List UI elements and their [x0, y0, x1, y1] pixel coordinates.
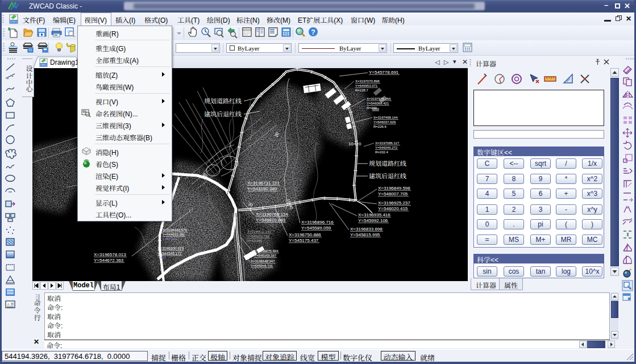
- svg-text:X=3196768.134: X=3196768.134: [256, 212, 288, 217]
- svg-text:Y=545169.167: Y=545169.167: [254, 254, 277, 257]
- svg-text:X=3196833.698: X=3196833.698: [350, 227, 383, 232]
- svg-text:Y=545778.691: Y=545778.691: [369, 70, 399, 75]
- svg-text:X=3196896.716: X=3196896.716: [301, 220, 334, 225]
- svg-text:Y=544633.281: Y=544633.281: [163, 233, 185, 236]
- svg-text:Y=545589.059: Y=545589.059: [301, 225, 331, 231]
- svg-text:规划道路红线: 规划道路红线: [369, 160, 406, 167]
- svg-text:X=3196475.994: X=3196475.994: [254, 249, 278, 253]
- svg-text:X=3196578.013: X=3196578.013: [94, 252, 126, 257]
- svg-text:10+20: 10+20: [348, 141, 361, 147]
- svg-text:X=3196548.347: X=3196548.347: [251, 260, 275, 263]
- svg-text:R=60.966: R=60.966: [247, 239, 263, 242]
- svg-text:X=3197476.266: X=3197476.266: [367, 97, 391, 101]
- svg-text:Y=646953.071: Y=646953.071: [355, 84, 378, 87]
- svg-text:X=3196300.919: X=3196300.919: [157, 246, 184, 250]
- svg-text:X=3196462.578: X=3196462.578: [163, 228, 187, 232]
- svg-text:?: ?: [311, 28, 315, 36]
- svg-text:X=3196925.237: X=3196925.237: [378, 200, 410, 206]
- svg-text:Y=646037.629: Y=646037.629: [373, 120, 396, 124]
- svg-text:X=3197468.144: X=3197468.144: [373, 116, 398, 119]
- svg-text:Y=545815.995: Y=545815.995: [350, 232, 380, 237]
- svg-text:DWG: DWG: [40, 63, 47, 66]
- svg-text:Y=545161.781: Y=545161.781: [247, 235, 270, 238]
- svg-text:L=86.019: L=86.019: [163, 237, 177, 241]
- svg-text:Y=546007.705: Y=546007.705: [378, 191, 408, 196]
- svg-text:R=202.4: R=202.4: [375, 150, 389, 154]
- svg-text:Y=546046.272: Y=546046.272: [375, 146, 398, 149]
- svg-text:Y=545992.106: Y=545992.106: [358, 218, 388, 223]
- svg-text:X=3196731.721: X=3196731.721: [247, 181, 280, 186]
- svg-text:X=3197086.117: X=3197086.117: [375, 141, 400, 145]
- svg-text:R=226.6: R=226.6: [373, 125, 387, 128]
- svg-text:X=3196611.181: X=3196611.181: [247, 230, 272, 233]
- svg-text:X=3197070.898: X=3197070.898: [355, 80, 380, 83]
- svg-text:Y=544672.363: Y=544672.363: [94, 258, 124, 263]
- svg-text:Y=545046.711: Y=545046.711: [251, 264, 273, 267]
- svg-text:X=3196849.598: X=3196849.598: [378, 186, 410, 191]
- svg-text:X=3196935.416: X=3196935.416: [358, 212, 390, 217]
- svg-text:X=3196750.886: X=3196750.886: [289, 232, 321, 237]
- svg-text:R=228.7: R=228.7: [355, 89, 369, 92]
- svg-text:A: A: [7, 302, 10, 307]
- svg-text:建筑后退红线: 建筑后退红线: [204, 111, 242, 118]
- svg-text:Y=544545.172: Y=544545.172: [157, 252, 182, 256]
- svg-text:Y=546066.421: Y=546066.421: [367, 102, 389, 105]
- svg-text:Y=545175.437: Y=545175.437: [289, 238, 319, 243]
- svg-text:R=200: R=200: [367, 106, 377, 110]
- svg-text:Y=543190.389: Y=543190.389: [247, 186, 277, 191]
- svg-text:建筑后退红线: 建筑后退红线: [369, 173, 406, 179]
- svg-text:规划道路红线: 规划道路红线: [204, 98, 242, 104]
- svg-text:L=97: L=97: [159, 256, 167, 260]
- svg-text:DWG: DWG: [10, 20, 17, 23]
- svg-text:Y=546020.415: Y=546020.415: [378, 206, 408, 211]
